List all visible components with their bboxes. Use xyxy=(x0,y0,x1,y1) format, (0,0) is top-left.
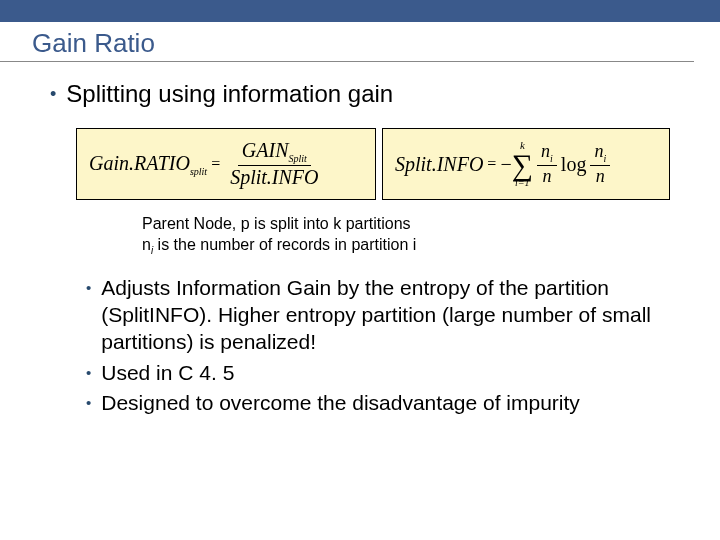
bullet-row: • Used in C 4. 5 xyxy=(86,360,680,387)
caption-line1: Parent Node, p is split into k partition… xyxy=(142,214,680,235)
header-bar xyxy=(0,0,720,22)
caption-line2: ni is the number of records in partition… xyxy=(142,235,680,257)
f1-num-name: GAIN xyxy=(242,139,289,161)
f2-n-var: n xyxy=(541,141,550,161)
f1-lhs-name: Gain.RATIO xyxy=(89,152,190,174)
caption-rest: is the number of records in partition i xyxy=(153,236,416,253)
bullet-row: • Designed to overcome the disadvantage … xyxy=(86,390,680,417)
summation-icon: k ∑ i=1 xyxy=(512,141,533,187)
bullet-dot-icon: • xyxy=(86,390,91,416)
bullet-dot-icon: • xyxy=(86,275,91,301)
formula2-lhs: Split.INFO xyxy=(395,153,483,176)
formula2-fraction1: ni n xyxy=(537,142,557,186)
formula-row: Gain.RATIOsplit = GAINSplit Split.INFO S… xyxy=(76,128,680,200)
formula1-fraction: GAINSplit Split.INFO xyxy=(226,140,322,189)
f1-lhs-sub: split xyxy=(190,166,207,177)
f2-frac1-den: n xyxy=(538,166,555,186)
f1-num-sub: Split xyxy=(289,153,307,164)
caption-block: Parent Node, p is split into k partition… xyxy=(142,214,680,257)
split-info-formula: Split.INFO = − k ∑ i=1 ni n log ni n xyxy=(382,128,670,200)
sigma-icon: ∑ xyxy=(512,151,533,178)
f1-numerator: GAINSplit xyxy=(238,140,311,167)
bullet-text: Adjusts Information Gain by the entropy … xyxy=(101,275,680,356)
f2-n-sub: i xyxy=(550,153,553,164)
slide-title: Gain Ratio xyxy=(0,22,694,62)
caption-n: n xyxy=(142,236,151,253)
minus-icon: − xyxy=(500,153,511,176)
equals-icon: = xyxy=(487,155,496,173)
equals-icon: = xyxy=(211,155,220,173)
bullet-dot-icon: • xyxy=(50,80,56,108)
f2-n-sub2: i xyxy=(603,153,606,164)
f2-frac1-num: ni xyxy=(537,142,557,166)
f2-frac2-num: ni xyxy=(590,142,610,166)
sub-bullets: • Adjusts Information Gain by the entrop… xyxy=(86,275,680,417)
f1-denominator: Split.INFO xyxy=(226,166,322,188)
top-bullet: • Splitting using information gain xyxy=(50,80,680,108)
gain-ratio-formula: Gain.RATIOsplit = GAINSplit Split.INFO xyxy=(76,128,376,200)
top-bullet-text: Splitting using information gain xyxy=(66,80,393,108)
bullet-text: Designed to overcome the disadvantage of… xyxy=(101,390,580,417)
log-label: log xyxy=(561,153,587,176)
formula2-fraction2: ni n xyxy=(590,142,610,186)
content-area: • Splitting using information gain Gain.… xyxy=(0,62,720,417)
formula1-lhs: Gain.RATIOsplit xyxy=(89,152,207,177)
sum-lower: i=1 xyxy=(515,178,530,187)
bullet-dot-icon: • xyxy=(86,360,91,386)
bullet-row: • Adjusts Information Gain by the entrop… xyxy=(86,275,680,356)
f2-frac2-den: n xyxy=(592,166,609,186)
bullet-text: Used in C 4. 5 xyxy=(101,360,234,387)
